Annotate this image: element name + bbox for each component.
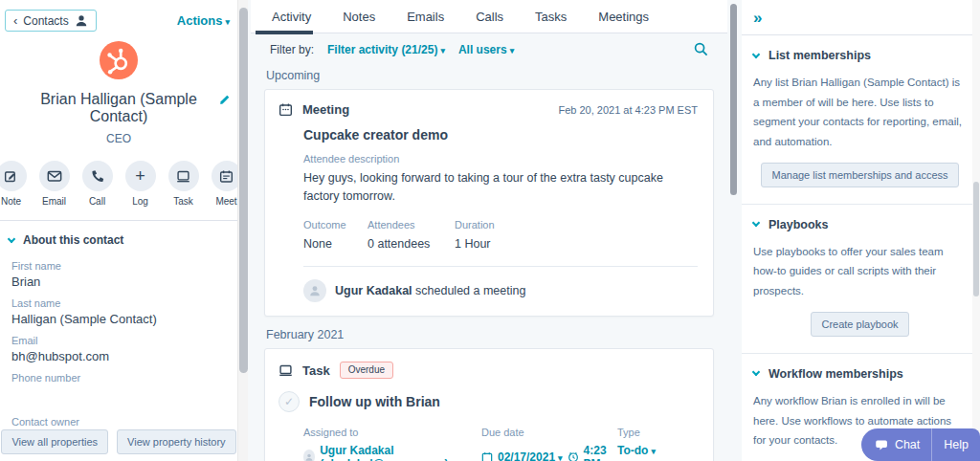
call-icon [90, 169, 104, 184]
timeline-scrollbar-thumb[interactable] [730, 4, 737, 195]
edit-name-pencil-icon[interactable] [219, 93, 232, 105]
meeting-attendees: Attendees 0 attendees [368, 219, 437, 253]
tab-notes[interactable]: Notes [343, 10, 375, 24]
user-avatar [303, 450, 315, 461]
caret-down-icon: ▾ [440, 46, 445, 55]
meeting-outcome: Outcome None [303, 219, 350, 253]
chevron-down-icon [752, 368, 760, 376]
all-users-dropdown[interactable]: All users▾ [458, 43, 514, 56]
section-description: Any list Brian Halligan (Sample Contact)… [753, 73, 967, 152]
back-button-label: Contacts [23, 14, 68, 28]
activity-summary: Ugur Kadakal scheduled a meeting [335, 284, 525, 297]
quick-action-log[interactable]: + Log [125, 161, 156, 207]
field-value [11, 386, 226, 401]
calendar-icon [481, 451, 493, 461]
note-icon [4, 169, 18, 184]
create-playbook-button[interactable]: Create playbook [811, 312, 908, 337]
contact-job-title: CEO [0, 132, 237, 145]
right-sidebar: » List memberships Any list Brian Hallig… [742, 0, 980, 461]
quick-action-email[interactable]: Email [39, 161, 70, 207]
divider [303, 266, 698, 267]
view-all-properties-button[interactable]: View all properties [1, 429, 108, 454]
quick-action-label: Log [125, 196, 156, 207]
workflow-memberships-toggle[interactable]: Workflow memberships [753, 367, 967, 381]
tab-calls[interactable]: Calls [476, 10, 503, 24]
hubspot-sprocket-icon [100, 41, 138, 79]
support-widget: Chat Help [861, 428, 980, 461]
field-value: Brian [11, 274, 226, 289]
activity-timeline-panel: Activity Notes Emails Calls Tasks Meetin… [251, 0, 727, 461]
task-type-dropdown[interactable]: To-do▾ [617, 444, 656, 457]
filter-by-label: Filter by: [270, 43, 314, 56]
caret-down-icon: ▾ [651, 447, 656, 456]
calendar-icon [219, 169, 234, 184]
tab-meetings[interactable]: Meetings [598, 10, 649, 24]
chat-label: Chat [895, 438, 920, 451]
user-avatar [303, 279, 326, 302]
tab-activity[interactable]: Activity [272, 10, 311, 24]
scrollbar-thumb[interactable] [973, 182, 979, 296]
search-icon[interactable] [694, 42, 708, 56]
meeting-card: Meeting Feb 20, 2021 at 4:23 PM EST Cupc… [264, 89, 714, 317]
field-email: Email bh@hubspot.com [11, 335, 226, 363]
chevron-down-icon [8, 234, 15, 242]
quick-action-note[interactable]: Note [0, 161, 27, 207]
playbooks-section: Playbooks Use playbooks to offer your sa… [742, 205, 980, 354]
quick-action-label: Email [39, 196, 70, 207]
month-section-label: February 2021 [251, 317, 727, 348]
playbooks-toggle[interactable]: Playbooks [753, 218, 967, 231]
help-button[interactable]: Help [932, 438, 980, 451]
tab-tasks[interactable]: Tasks [535, 10, 567, 24]
meeting-duration: Duration 1 Hour [455, 219, 495, 253]
back-to-contacts-button[interactable]: ‹ Contacts [5, 10, 97, 32]
field-label: First name [11, 260, 226, 272]
chat-button[interactable]: Chat [861, 428, 932, 461]
contact-name: Brian Halligan (Sample Contact) [0, 91, 237, 125]
about-contact-section-toggle[interactable]: About this contact [0, 221, 237, 247]
task-type-field: Type To-do▾ [617, 427, 656, 461]
field-label: Email [11, 335, 226, 346]
due-date-dropdown[interactable]: 02/17/2021▾ [498, 450, 563, 461]
quick-actions-row: Note Email Call + Log Task Meet [0, 161, 237, 207]
field-label: Phone number [11, 372, 226, 384]
section-title: Playbooks [768, 218, 829, 231]
task-icon [176, 169, 190, 184]
left-panel-scrollbar[interactable] [237, 0, 248, 461]
actions-label: Actions [177, 13, 223, 28]
collapse-panel-icon[interactable]: » [742, 0, 980, 35]
contact-actions-dropdown[interactable]: Actions▾ [177, 13, 230, 28]
assigned-to-dropdown[interactable]: Ugur Kadakal (ukadakal@pagos.com)▾ [320, 444, 481, 461]
right-panel-scrollbar[interactable] [972, 0, 980, 461]
due-time-dropdown[interactable]: 4:23 PM▾ [584, 444, 617, 461]
manage-list-memberships-button[interactable]: Manage list memberships and access [761, 163, 958, 187]
chat-bubble-icon [875, 439, 889, 451]
event-type-label: Task [302, 363, 330, 378]
meeting-title[interactable]: Cupcake creator demo [303, 127, 698, 143]
about-header-label: About this contact [23, 233, 123, 247]
task-complete-checkbox[interactable]: ✓ [278, 391, 300, 412]
timeline-tabs: Activity Notes Emails Calls Tasks Meetin… [251, 0, 727, 33]
meeting-calendar-icon [278, 102, 293, 117]
list-memberships-toggle[interactable]: List memberships [753, 49, 967, 62]
list-memberships-section: List memberships Any list Brian Halligan… [742, 35, 980, 205]
quick-action-label: Note [0, 196, 27, 207]
task-title[interactable]: Follow up with Brian [309, 394, 440, 409]
quick-action-label: Call [82, 196, 113, 207]
event-timestamp: Feb 20, 2021 at 4:23 PM EST [558, 104, 698, 116]
scrollbar-thumb[interactable] [239, 8, 248, 373]
section-title: Workflow memberships [768, 367, 903, 381]
clock-icon [568, 451, 579, 461]
filter-activity-dropdown[interactable]: Filter activity (21/25)▾ [327, 43, 445, 56]
field-phone-number: Phone number [11, 372, 226, 401]
event-type-label: Meeting [302, 102, 349, 117]
contact-sidebar: ‹ Contacts Actions▾ Brian Halligan (Samp… [0, 0, 237, 461]
caret-down-icon: ▾ [225, 17, 230, 27]
quick-action-task[interactable]: Task [168, 161, 199, 207]
contact-avatar [0, 41, 237, 83]
tab-emails[interactable]: Emails [407, 10, 444, 24]
quick-action-call[interactable]: Call [82, 161, 113, 207]
overdue-status-badge: Overdue [340, 362, 393, 379]
chevron-down-icon [752, 50, 760, 57]
view-property-history-button[interactable]: View property history [117, 429, 236, 454]
section-description: Use playbooks to offer your sales team h… [753, 242, 967, 301]
